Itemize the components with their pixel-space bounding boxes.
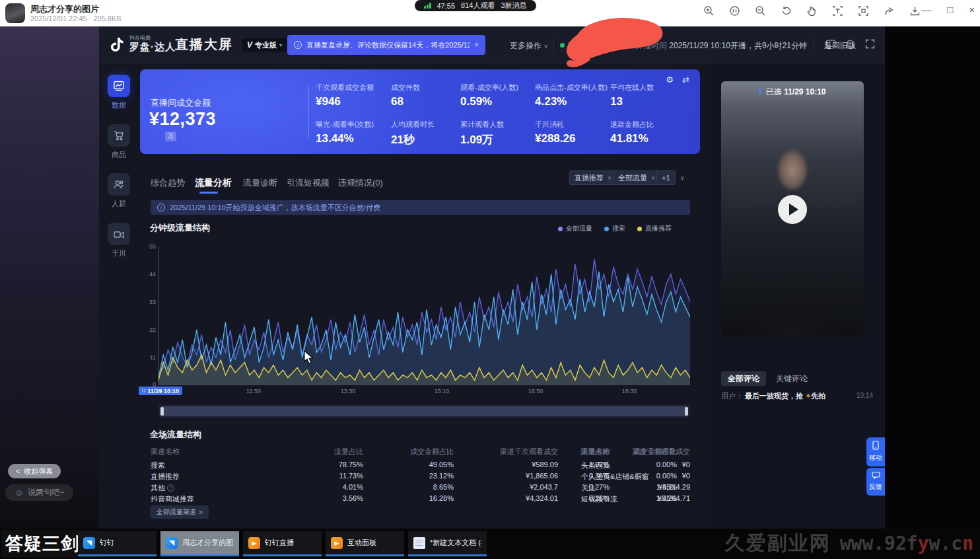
traffic-share: 0.26% [570,494,610,502]
selected-marker-icon [759,88,761,94]
gmv-share: 23.12% [398,472,454,480]
avatar[interactable] [5,3,25,23]
sidebar-item-data[interactable]: 数据 [106,75,132,110]
watermark: 久爱副业网 www.92fyw.cn [725,530,973,557]
retention-notice-text: 直播复盘录屏、评论数据仅保留14天，将在2025/12/13 … [306,40,470,50]
desktop-background-right [885,26,980,529]
play-button[interactable] [778,195,807,224]
filter-chip-more[interactable]: +1 [656,170,676,185]
traffic-line-chart[interactable] [158,246,690,385]
comment-user: 用户： [721,392,743,400]
tab-traffic-analysis[interactable]: 流量分析 [195,177,232,189]
mobile-button[interactable]: 移动 [866,437,885,466]
legend-item-all[interactable]: 全部流量 [558,224,592,233]
legend-item-search[interactable]: 搜索 [604,224,625,233]
maximize-button[interactable]: □ [947,4,953,15]
pro-version-badge[interactable]: V 专业版 ▾ [242,38,287,52]
close-button[interactable]: × [969,4,975,15]
help-icon[interactable]: ? [167,484,174,492]
collapse-danmu-label: 收起弹幕 [24,466,53,476]
tab-key-comments[interactable]: 关键评论 [769,371,814,386]
live-app-icon: ▶ [331,537,343,549]
filter-chip-live-rec[interactable]: 直播推荐× [569,170,617,185]
sidebar-item-goods[interactable]: 商品 [106,124,132,160]
compare-icon[interactable]: ⇄ [682,75,689,85]
chevron-down-icon[interactable]: ∨ [680,174,685,181]
selected-time-row: 已选 11/29 10:10 [721,87,864,98]
live-app-icon: ▶ [248,537,260,549]
gear-icon[interactable]: ⚙ [666,75,674,85]
tab-all-comments[interactable]: 全部评论 [721,371,766,386]
share-icon[interactable] [884,5,895,17]
per-k-gmv: ¥2,043.7 [472,483,558,491]
filter-chip-all-traffic[interactable]: 全部流量× [613,170,660,185]
arrow-right-icon: > [199,509,203,516]
hand-icon[interactable] [806,5,818,17]
slider-handle-left[interactable] [160,407,164,416]
taskbar-item-dingtalk-live[interactable]: ▶ 钉钉直播 [243,531,322,556]
tab-overview[interactable]: 综合趋势 [151,177,185,189]
metric-label: 观看-成交率(人数) [460,83,533,93]
slider-track-fill[interactable] [160,406,688,416]
text-extract-icon[interactable] [832,5,843,17]
drag-handle-icon: ∷ [142,388,146,394]
pro-v-icon: V [247,40,252,50]
traffic-share: 0.27% [570,483,610,491]
channel-name: 直播推荐 [151,472,180,482]
info-icon: i [157,204,165,211]
close-icon[interactable]: × [608,174,612,182]
notepad-icon [413,537,425,549]
legend-item-live-rec[interactable]: 直播推荐 [637,224,672,233]
rotate-icon[interactable] [781,5,792,17]
status-time: 47:55 [437,2,456,10]
download-icon[interactable] [909,5,921,17]
feedback-button[interactable]: 反馈 [866,468,885,496]
zoom-in-icon[interactable] [703,5,715,17]
chart-range-slider[interactable] [158,405,690,418]
smiley-icon: ☺ [15,488,23,498]
tab-short-video[interactable]: 引流短视频 [287,177,330,189]
tab-traffic-diagnosis[interactable]: 流量诊断 [243,177,277,189]
taskbar-item-shared-image[interactable]: ◥ 周志才分享的图片 [160,531,239,556]
legend-dot [604,227,609,231]
notice-close-icon[interactable]: × [474,40,479,50]
per-k-gmv: ¥0 [604,472,690,480]
zoom-out-icon[interactable] [755,5,766,17]
replay-video[interactable]: 已选 11/29 10:10 [721,81,864,337]
page-title: 直播大屏 [175,36,233,54]
close-icon[interactable]: × [651,174,655,182]
comment-row[interactable]: 用户： 最后一波现货，抢 ✶先拍 10:14 [721,391,873,401]
per-k-gmv: ¥0 [604,461,690,468]
dingtalk-icon: ◥ [83,537,95,549]
collapse-danmu-button[interactable]: < 收起弹幕 [8,464,61,478]
taskbar-item-dingtalk[interactable]: ◥ 钉钉 [78,531,157,556]
more-actions-menu[interactable]: 更多操作 ∨ [510,40,548,52]
minimize-button[interactable]: — [921,4,931,15]
desktop-background-left [0,26,99,529]
bell-icon[interactable] [845,39,855,52]
tab-violations[interactable]: 违规情况(0) [338,177,383,189]
metric-value: ¥946 [316,95,388,108]
x-axis-label: 13:30 [341,388,356,394]
zoom-percent-icon[interactable] [729,5,740,17]
metric-value: 68 [391,95,464,108]
taskbar-item-interactive-panel[interactable]: ▶ 互动面板 [326,531,404,556]
scan-icon[interactable] [858,5,869,17]
data-chart-icon [113,80,125,92]
col-header: 成交金额占比 [398,447,454,457]
all-channels-button[interactable]: 全部流量渠道> [151,505,209,519]
fullscreen-icon[interactable] [865,39,875,52]
phone-icon [866,441,885,451]
sidebar-item-audience[interactable]: 人群 [106,173,132,209]
comment-panel-icon[interactable] [825,39,836,52]
slider-handle-right[interactable] [685,407,688,416]
traffic-share: 11.73% [324,472,363,480]
traffic-share: 3.56% [324,494,363,502]
taskbar-item-text-document[interactable]: *新建文本文档 (4).t... [408,531,487,556]
sidebar-item-qianchuan[interactable]: 千川 [106,223,132,258]
live-status-pill[interactable]: 47:55 814人观看 3新消息 [415,0,536,11]
say-something-input[interactable]: ☺ 说两句吧~ [5,484,73,501]
chart-start-time-pill[interactable]: ∷ 11/29 10:10 [139,387,182,395]
cart-icon [113,130,125,141]
metric-label: 累计观看人数 [460,120,533,130]
